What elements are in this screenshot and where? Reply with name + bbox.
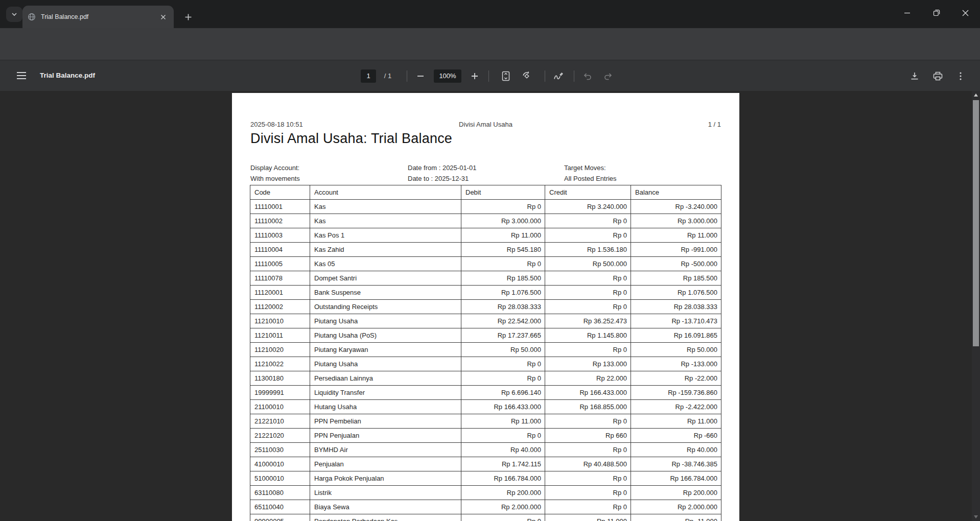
cell-credit: Rp 0 bbox=[545, 486, 631, 500]
rotate-button[interactable] bbox=[519, 68, 535, 84]
undo-icon bbox=[583, 72, 592, 80]
page-number-input[interactable]: 1 bbox=[361, 69, 376, 83]
cell-code: 11110003 bbox=[250, 228, 310, 243]
cell-balance: Rp -159.736.860 bbox=[631, 386, 721, 400]
table-row: 51000010Harga Pokok PenjualanRp 166.784.… bbox=[250, 471, 721, 486]
pdf-toolbar: Trial Balance.pdf 1 / 1 100% bbox=[0, 60, 980, 91]
cell-debit: Rp 0 bbox=[461, 429, 545, 443]
cell-debit: Rp 2.000.000 bbox=[461, 500, 545, 514]
pdf-sidebar-button[interactable] bbox=[11, 65, 32, 86]
cell-debit: Rp 185.500 bbox=[461, 271, 545, 286]
table-row: 21221020PPN PenjualanRp 0Rp 660Rp -660 bbox=[250, 429, 721, 443]
table-row: 11110005Kas 05Rp 0Rp 500.000Rp -500.000 bbox=[250, 257, 721, 271]
cell-debit: Rp 11.000 bbox=[461, 228, 545, 243]
cell-debit: Rp 6.696.140 bbox=[461, 386, 545, 400]
cell-account: Piutang Karyawan bbox=[310, 343, 461, 357]
cell-balance: Rp 40.000 bbox=[631, 443, 721, 457]
cell-account: Kas bbox=[310, 214, 461, 228]
cell-account: Persediaan Lainnya bbox=[310, 371, 461, 386]
maximize-button[interactable] bbox=[922, 0, 951, 26]
annotate-icon bbox=[553, 72, 564, 80]
redo-button[interactable] bbox=[600, 68, 616, 84]
filter-target-moves: Target Moves: All Posted Entries bbox=[564, 162, 617, 184]
cell-code: 11110001 bbox=[250, 200, 310, 214]
cell-account: Bank Suspense bbox=[310, 286, 461, 300]
minimize-button[interactable] bbox=[893, 0, 922, 26]
table-row: 25110030BYMHD AirRp 40.000Rp 0Rp 40.000 bbox=[250, 443, 721, 457]
cell-code: 21100010 bbox=[250, 400, 310, 414]
cell-debit: Rp 50.000 bbox=[461, 343, 545, 357]
cell-credit: Rp 0 bbox=[545, 343, 631, 357]
filter-value: All Posted Entries bbox=[564, 173, 617, 184]
zoom-out-button[interactable] bbox=[413, 68, 428, 84]
cell-account: Pendapatan Perbedaan Kas bbox=[310, 514, 461, 521]
cell-credit: Rp 11.000 bbox=[545, 514, 631, 521]
tab-trial-balance[interactable]: Trial Balance.pdf bbox=[22, 6, 174, 28]
cell-debit: Rp 22.542.000 bbox=[461, 314, 545, 328]
cell-balance: Rp -13.710.473 bbox=[631, 314, 721, 328]
pdf-menu-button[interactable] bbox=[952, 67, 969, 85]
cell-credit: Rp 660 bbox=[545, 429, 631, 443]
table-row: 11110078Dompet SantriRp 185.500Rp 0Rp 18… bbox=[250, 271, 721, 286]
close-window-button[interactable] bbox=[951, 0, 980, 26]
cell-code: 99900005 bbox=[250, 514, 310, 521]
cell-balance: Rp -38.746.385 bbox=[631, 457, 721, 471]
scroll-up-icon[interactable] bbox=[974, 93, 978, 97]
table-row: 11110004Kas ZahidRp 545.180Rp 1.536.180R… bbox=[250, 243, 721, 257]
cell-account: PPN Penjualan bbox=[310, 429, 461, 443]
cell-account: Piutang Usaha bbox=[310, 357, 461, 371]
rotate-icon bbox=[522, 71, 532, 81]
cell-debit: Rp 0 bbox=[461, 371, 545, 386]
pdf-menu-icon bbox=[960, 72, 962, 80]
cell-code: 11120002 bbox=[250, 300, 310, 314]
new-tab-button[interactable] bbox=[180, 9, 196, 25]
cell-code: 11110004 bbox=[250, 243, 310, 257]
filter-label: Target Moves: bbox=[564, 162, 617, 173]
pdf-download-icon bbox=[910, 72, 919, 81]
cell-account: Biaya Sewa bbox=[310, 500, 461, 514]
print-button[interactable] bbox=[929, 67, 946, 85]
scroll-down-icon[interactable] bbox=[974, 515, 978, 518]
cell-balance: Rp 166.784.000 bbox=[631, 471, 721, 486]
cell-balance: Rp 185.500 bbox=[631, 271, 721, 286]
cell-code: 11110078 bbox=[250, 271, 310, 286]
cell-credit: Rp 0 bbox=[545, 300, 631, 314]
table-row: 11120001Bank SuspenseRp 1.076.500Rp 0Rp … bbox=[250, 286, 721, 300]
cell-credit: Rp 1.145.800 bbox=[545, 328, 631, 343]
col-header-code: Code bbox=[250, 185, 310, 200]
filter-display-account: Display Account: With movements bbox=[250, 162, 300, 184]
cell-debit: Rp 1.076.500 bbox=[461, 286, 545, 300]
annotate-button[interactable] bbox=[550, 68, 567, 84]
fit-page-button[interactable] bbox=[498, 68, 514, 84]
cell-account: Dompet Santri bbox=[310, 271, 461, 286]
cell-balance: Rp 16.091.865 bbox=[631, 328, 721, 343]
tab-search-button[interactable] bbox=[6, 7, 22, 22]
pdf-toolbar-right bbox=[906, 60, 969, 91]
cell-credit: Rp 0 bbox=[545, 414, 631, 429]
cell-account: PPN Pembelian bbox=[310, 414, 461, 429]
table-row: 11110003Kas Pos 1Rp 11.000Rp 0Rp 11.000 bbox=[250, 228, 721, 243]
col-header-debit: Debit bbox=[461, 185, 545, 200]
cell-account: Kas Pos 1 bbox=[310, 228, 461, 243]
cell-debit: Rp 166.433.000 bbox=[461, 400, 545, 414]
printed-at: 2025-08-18 10:51 bbox=[250, 121, 407, 128]
scrollbar-thumb[interactable] bbox=[973, 100, 979, 346]
cell-balance: Rp 2.000.000 bbox=[631, 500, 721, 514]
fit-page-icon bbox=[502, 71, 510, 81]
cell-credit: Rp 166.433.000 bbox=[545, 386, 631, 400]
tab-close-icon[interactable] bbox=[157, 11, 169, 22]
pdf-download-button[interactable] bbox=[906, 67, 923, 85]
table-row: 21221010PPN PembelianRp 11.000Rp 0Rp 11.… bbox=[250, 414, 721, 429]
table-body: 11110001KasRp 0Rp 3.240.000Rp -3.240.000… bbox=[250, 200, 721, 521]
scrollbar[interactable] bbox=[972, 91, 980, 521]
hamburger-icon bbox=[17, 72, 26, 79]
zoom-level-input[interactable]: 100% bbox=[434, 69, 461, 83]
cell-balance: Rp -991.000 bbox=[631, 243, 721, 257]
company-name: Divisi Amal Usaha bbox=[407, 121, 564, 128]
cell-debit: Rp 28.038.333 bbox=[461, 300, 545, 314]
cell-credit: Rp 0 bbox=[545, 286, 631, 300]
cell-debit: Rp 1.742.115 bbox=[461, 457, 545, 471]
cell-credit: Rp 168.855.000 bbox=[545, 400, 631, 414]
undo-button[interactable] bbox=[580, 68, 595, 84]
zoom-in-button[interactable] bbox=[468, 68, 482, 84]
